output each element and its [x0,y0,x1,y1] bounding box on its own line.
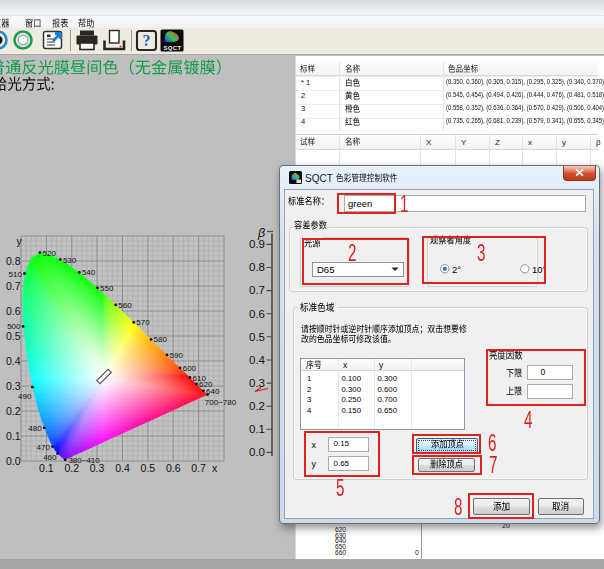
svg-text:460: 460 [43,453,57,462]
svg-text:640: 640 [206,387,220,396]
svg-text:0.3: 0.3 [90,462,105,474]
svg-text:570: 570 [136,318,150,327]
svg-text:0.8: 0.8 [6,255,21,267]
svg-text:x: x [212,462,218,474]
svg-text:0.3: 0.3 [6,380,21,392]
svg-text:0.5: 0.5 [6,330,21,342]
svg-text:0.0: 0.0 [6,455,21,467]
svg-text:560: 560 [118,301,132,310]
svg-text:0.4: 0.4 [115,462,130,474]
svg-text:490: 490 [18,392,32,401]
svg-text:0.8: 0.8 [249,261,265,273]
svg-text:0.6: 0.6 [166,462,181,474]
svg-text:0.1: 0.1 [6,430,21,442]
svg-text:β: β [257,226,265,240]
svg-text:0.2: 0.2 [249,400,265,412]
svg-text:0.5: 0.5 [141,462,156,474]
svg-text:600: 600 [183,364,197,373]
svg-text:0.6: 0.6 [249,308,265,320]
svg-text:0.7: 0.7 [191,462,206,474]
svg-text:SQCT: SQCT [164,45,182,51]
svg-text:530: 530 [63,256,77,265]
svg-text:y: y [17,235,23,247]
svg-text:480: 480 [28,424,42,433]
svg-text:470: 470 [37,443,51,452]
svg-text:0.5: 0.5 [249,331,265,343]
svg-text:0.2: 0.2 [64,462,79,474]
svg-text:0.9: 0.9 [249,238,265,250]
svg-text:520: 520 [43,249,57,258]
svg-text:0.2: 0.2 [6,405,21,417]
svg-text:540: 540 [82,268,96,277]
svg-text:0.7: 0.7 [6,280,21,292]
svg-text:580: 580 [154,335,168,344]
svg-text:590: 590 [170,351,184,360]
svg-text:0.7: 0.7 [249,284,265,296]
svg-text:0.3: 0.3 [249,377,265,389]
svg-text:0.1: 0.1 [39,462,54,474]
svg-text:510: 510 [9,270,23,279]
svg-text:0.1: 0.1 [249,423,265,435]
svg-text:0.0: 0.0 [249,446,265,458]
svg-text:0.6: 0.6 [6,305,21,317]
svg-text:?: ? [143,32,151,49]
svg-text:0.4: 0.4 [249,354,266,366]
svg-text:0.4: 0.4 [6,355,21,367]
svg-text:550: 550 [100,284,114,293]
svg-text:700~780: 700~780 [205,398,237,407]
